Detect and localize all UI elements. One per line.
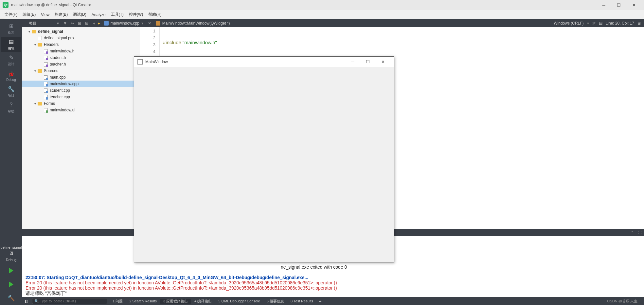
tree-row[interactable]: define_signal.pro <box>22 35 140 41</box>
status-tab-search[interactable]: 2 Search Results <box>126 299 160 303</box>
tree-label: student.h <box>50 55 66 60</box>
status-tab-qml[interactable]: 5 QML Debugger Console <box>215 299 263 303</box>
run-debug-button[interactable] <box>1 279 21 290</box>
line-gutter: 1234 <box>140 27 160 56</box>
link-icon[interactable]: ⇔ <box>69 20 75 26</box>
cpp-file-icon <box>43 88 48 93</box>
nav-design[interactable]: ✎设计 <box>1 53 21 68</box>
chevron-icon[interactable]: ▾ <box>33 43 37 47</box>
filter-icon[interactable]: ▼ <box>62 20 68 26</box>
tree-row[interactable]: teacher.cpp <box>22 94 140 100</box>
toolbar-icon-2[interactable]: ▤ <box>599 21 602 26</box>
minimize-button[interactable]: ─ <box>596 0 611 10</box>
menu-tools[interactable]: 工具(T) <box>108 10 126 19</box>
project-tree[interactable]: ▾define_signaldefine_signal.pro▾Headersm… <box>22 27 140 229</box>
menu-help[interactable]: 帮助(H) <box>146 10 164 19</box>
chevron-icon[interactable]: ▾ <box>27 30 31 33</box>
locator-input[interactable]: 🔍 Type to locate (Ctrl+K) <box>32 298 107 304</box>
status-tab-general[interactable]: 6 概要信息 <box>263 299 287 304</box>
file-crumb[interactable]: mainwindow.cpp ▾ <box>101 21 146 26</box>
chevron-icon[interactable]: ▾ <box>33 69 37 73</box>
float-minimize[interactable]: ─ <box>345 57 360 67</box>
menu-view[interactable]: View <box>38 11 52 18</box>
grid-icon: ⊞ <box>8 23 14 29</box>
output-expand-icon[interactable]: ⛶ <box>637 230 642 235</box>
close-button[interactable]: ✕ <box>626 0 641 10</box>
run-button[interactable] <box>1 265 21 276</box>
toolbar-icon-1[interactable]: ⇄ <box>592 21 596 26</box>
float-close[interactable]: ✕ <box>375 57 390 67</box>
menu-build[interactable]: 构建(B) <box>52 10 70 19</box>
folder-icon <box>31 29 37 34</box>
app-icon: Qt <box>3 2 9 8</box>
more-tabs-icon[interactable]: ≑ <box>316 299 324 303</box>
hammer-icon: 🔨 <box>8 295 15 302</box>
tree-row[interactable]: mainwindow.h <box>22 48 140 54</box>
menu-debug[interactable]: 调试(D) <box>70 10 89 19</box>
cpp-file-icon <box>43 75 48 80</box>
tree-row[interactable]: mainwindow.ui <box>22 107 140 113</box>
search-icon: 🔍 <box>34 299 39 303</box>
running-mainwindow[interactable]: MainWindow ─ ☐ ✕ <box>134 56 394 262</box>
nav-back[interactable]: ◄ <box>92 21 97 25</box>
menu-bar: 文件(F) 编辑(E) View 构建(B) 调试(D) Analyze 工具(… <box>0 10 644 19</box>
status-tab-issues[interactable]: 1 问题 <box>109 299 126 304</box>
nav-edit[interactable]: ▤编辑 <box>1 37 21 52</box>
tree-row[interactable]: ▾Sources <box>22 67 140 74</box>
nav-debug[interactable]: 🐞Debug <box>1 68 21 84</box>
nav-projects[interactable]: 🔧项目 <box>1 84 21 99</box>
menu-edit[interactable]: 编辑(E) <box>20 10 38 19</box>
folder-icon <box>37 42 43 47</box>
tree-label: student.cpp <box>50 88 70 93</box>
close-panel-icon[interactable]: ⊟ <box>84 20 90 26</box>
float-titlebar[interactable]: MainWindow ─ ☐ ✕ <box>134 57 394 67</box>
tree-row[interactable]: teacher.h <box>22 61 140 67</box>
status-tab-compile[interactable]: 4 编译输出 <box>191 299 215 304</box>
split-icon[interactable]: ⊞ <box>77 20 82 26</box>
sidebar-toggle-icon[interactable]: ◧ <box>22 299 30 303</box>
monitor-icon: 🖥 <box>1 251 22 257</box>
panel-selector[interactable]: 项目 <box>22 21 53 26</box>
tree-row[interactable]: ▾Headers <box>22 41 140 48</box>
edit-icon: ▤ <box>8 39 14 45</box>
tree-row[interactable]: mainwindow.cpp <box>22 81 140 87</box>
tree-label: define_signal <box>38 29 63 34</box>
folder-icon <box>37 101 43 106</box>
bug-icon: 🐞 <box>8 70 14 77</box>
tree-row[interactable]: ▾define_signal <box>22 28 140 35</box>
menu-analyze[interactable]: Analyze <box>89 11 108 18</box>
nav-forward[interactable]: ► <box>97 21 101 25</box>
tree-row[interactable]: student.h <box>22 54 140 61</box>
nav-welcome[interactable]: ⊞欢迎 <box>1 21 21 36</box>
dropdown-icon[interactable]: ▾ <box>55 20 61 26</box>
tree-label: mainwindow.cpp <box>50 82 79 86</box>
nav-help[interactable]: ?帮助 <box>1 100 21 115</box>
close-file[interactable]: ✕ <box>146 21 153 26</box>
split-editor-icon[interactable]: ⊞ <box>637 21 641 26</box>
build-button[interactable]: 🔨 <box>1 293 21 304</box>
menu-widgets[interactable]: 控件(W) <box>126 10 146 19</box>
chevron-icon[interactable]: ▾ <box>33 102 37 105</box>
help-icon: ? <box>8 102 14 108</box>
tree-label: Forms <box>44 101 55 106</box>
tree-row[interactable]: student.cpp <box>22 87 140 94</box>
play-icon <box>9 268 13 274</box>
function-icon <box>156 21 160 26</box>
tree-row[interactable]: ▾Forms <box>22 100 140 107</box>
tree-label: teacher.h <box>50 62 66 67</box>
kit-selector[interactable]: define_signal 🖥 Debug <box>0 243 23 264</box>
status-tab-app-output[interactable]: 3 应用程序输出 <box>160 299 191 304</box>
status-tab-tests[interactable]: 8 Test Results <box>287 299 316 303</box>
encoding-label[interactable]: Windows (CRLF) <box>554 21 583 26</box>
file-file-icon <box>37 36 43 40</box>
output-up-icon[interactable]: ˄ <box>630 230 635 235</box>
menu-file[interactable]: 文件(F) <box>2 10 20 19</box>
design-icon: ✎ <box>8 54 14 61</box>
maximize-button[interactable]: ☐ <box>611 0 626 10</box>
tree-label: Headers <box>44 42 59 47</box>
tree-row[interactable]: main.cpp <box>22 74 140 81</box>
wrench-icon: 🔧 <box>8 86 14 92</box>
cpp-file-icon <box>104 21 109 26</box>
float-maximize[interactable]: ☐ <box>360 57 375 67</box>
symbol-crumb[interactable]: MainWindow::MainWindow(QWidget *) <box>153 21 233 26</box>
